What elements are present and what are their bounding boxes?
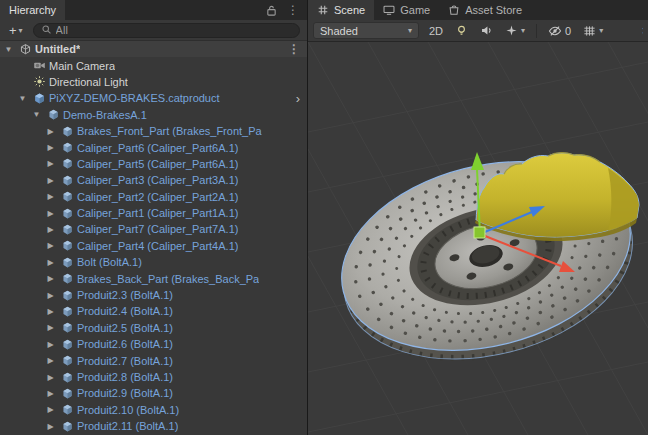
create-menu-button[interactable]: + ▾ [4,24,28,37]
foldout-arrow[interactable]: ▶ [44,209,57,218]
mesh-icon [46,108,60,122]
tree-item[interactable]: ▶Produit2.5 (BoltA.1) [0,320,307,336]
tree-item[interactable]: ▼Untitled*⋮ [0,41,307,57]
tree-item-label: Caliper_Part1 (Caliper_Part1A.1) [77,207,238,219]
tree-item[interactable]: ▶Produit2.11 (BoltA.1) [0,418,307,434]
monitor-icon [383,4,395,16]
item-menu-icon[interactable]: ⋮ [281,42,307,56]
tree-item[interactable]: Directional Light [0,74,307,90]
foldout-arrow[interactable]: ▶ [44,176,57,185]
gizmo-center-handle[interactable] [474,227,485,238]
foldout-arrow[interactable]: ▶ [44,323,57,332]
mesh-icon [60,419,74,433]
foldout-arrow[interactable]: ▼ [30,110,43,119]
tabbar-spacer [65,0,261,20]
foldout-arrow[interactable]: ▶ [44,389,57,398]
foldout-arrow[interactable]: ▶ [44,422,57,431]
open-prefab-icon[interactable]: › [289,91,307,106]
tree-item[interactable]: ▶Caliper_Part1 (Caliper_Part1A.1) [0,205,307,221]
tab-asset-store[interactable]: Asset Store [439,0,531,20]
foldout-arrow[interactable]: ▶ [44,127,57,136]
tree-item[interactable]: ▶Caliper_Part4 (Caliper_Part4A.1) [0,238,307,254]
2d-toggle-button[interactable]: 2D [426,22,446,40]
bulb-icon [455,24,468,37]
mesh-icon [60,239,74,253]
scene-panel: SceneGameAsset Store Shaded ▾ 2D▾0▾ × [308,0,648,435]
tab-game[interactable]: Game [374,0,439,20]
tree-item[interactable]: ▶Caliper_Part3 (Caliper_Part3A.1) [0,172,307,188]
tree-item[interactable]: ▶Produit2.4 (BoltA.1) [0,303,307,319]
hierarchy-tree: ▼Untitled*⋮Main CameraDirectional Light▼… [0,41,307,435]
tree-item-label: Produit2.6 (BoltA.1) [77,338,173,350]
shading-mode-dropdown[interactable]: Shaded ▾ [313,22,419,39]
foldout-arrow[interactable]: ▶ [44,143,57,152]
toolbar-divider [536,24,537,38]
scene-viewport[interactable] [308,42,648,435]
tree-item[interactable]: ▼PiXYZ-DEMO-BRAKES.catproduct› [0,90,307,106]
audio-toggle-button[interactable] [477,22,496,40]
tree-item[interactable]: Main Camera [0,57,307,73]
scene-canvas[interactable] [308,42,648,435]
effects-toggle-button[interactable]: ▾ [502,22,528,40]
tree-item-label: Main Camera [49,60,115,72]
tab-label: Asset Store [465,4,522,16]
foldout-arrow[interactable]: ▼ [2,45,15,54]
dropdown-caret-icon: ▾ [408,26,412,35]
foldout-arrow[interactable]: ▶ [44,340,57,349]
tree-item[interactable]: ▶Produit2.7 (BoltA.1) [0,352,307,368]
tree-item-label: Caliper_Part3 (Caliper_Part3A.1) [77,174,238,186]
tree-item[interactable]: ▶Caliper_Part5 (Caliper_Part6A.1) [0,156,307,172]
control-label: 0 [565,25,571,37]
tree-item[interactable]: ▶Brakes_Front_Part (Brakes_Front_Pa [0,123,307,139]
search-input[interactable] [56,24,292,36]
grid-visibility-toggle-button[interactable]: ▾ [580,22,606,40]
tree-item[interactable]: ▶Produit2.6 (BoltA.1) [0,336,307,352]
tree-item-label: Produit2.7 (BoltA.1) [77,355,173,367]
lock-icon[interactable] [261,0,282,20]
foldout-arrow[interactable]: ▶ [44,274,57,283]
clipped-toolbar-icon[interactable]: × [641,23,643,38]
tree-item[interactable]: ▶Bolt (BoltA.1) [0,254,307,270]
tree-item[interactable]: ▶Produit2.9 (BoltA.1) [0,385,307,401]
plus-icon: + [9,24,17,37]
mesh-icon [60,304,74,318]
foldout-arrow[interactable]: ▶ [44,356,57,365]
tree-item[interactable]: ▶Caliper_Part2 (Caliper_Part2A.1) [0,189,307,205]
hierarchy-search[interactable] [33,23,300,38]
tree-item-label: Produit2.4 (BoltA.1) [77,305,173,317]
mesh-icon [60,173,74,187]
foldout-arrow[interactable]: ▶ [44,405,57,414]
tree-item[interactable]: ▶Produit2.8 (BoltA.1) [0,369,307,385]
tab-hierarchy[interactable]: Hierarchy [0,0,65,20]
foldout-arrow[interactable]: ▶ [44,307,57,316]
mesh-icon [60,124,74,138]
scene-visibility-toggle-button[interactable]: 0 [545,22,574,40]
dropdown-caret-icon: ▾ [599,26,603,35]
foldout-arrow[interactable]: ▶ [44,241,57,250]
tree-item[interactable]: ▶Produit2.10 (BoltA.1) [0,402,307,418]
foldout-arrow[interactable]: ▶ [44,225,57,234]
scene-toolbar: Shaded ▾ 2D▾0▾ × [308,20,648,42]
toolbar-right: × [641,23,643,38]
tree-item-label: Caliper_Part4 (Caliper_Part4A.1) [77,240,238,252]
lighting-toggle-button[interactable] [452,22,471,40]
foldout-arrow[interactable]: ▶ [44,291,57,300]
tree-item[interactable]: ▶Caliper_Part7 (Caliper_Part7A.1) [0,221,307,237]
tree-item-label: Produit2.8 (BoltA.1) [77,371,173,383]
hierarchy-tabbar: Hierarchy ⋮ [0,0,307,20]
mesh-icon [60,288,74,302]
tree-item[interactable]: ▶Caliper_Part6 (Caliper_Part6A.1) [0,139,307,155]
foldout-arrow[interactable]: ▼ [16,94,29,103]
tab-scene[interactable]: Scene [308,0,374,20]
panel-menu-icon[interactable]: ⋮ [282,0,307,20]
foldout-arrow[interactable]: ▶ [44,192,57,201]
foldout-arrow[interactable]: ▶ [44,258,57,267]
tree-item[interactable]: ▼Demo-BrakesA.1 [0,107,307,123]
tree-item[interactable]: ▶Produit2.3 (BoltA.1) [0,287,307,303]
unity-editor-window: Hierarchy ⋮ + ▾ ▼Untitled*⋮Main CameraDi… [0,0,648,435]
tree-item[interactable]: ▶Brakes_Back_Part (Brakes_Back_Pa [0,270,307,286]
foldout-arrow[interactable]: ▶ [44,373,57,382]
tree-item-label: Caliper_Part5 (Caliper_Part6A.1) [77,158,238,170]
control-label: 2D [429,25,443,37]
foldout-arrow[interactable]: ▶ [44,159,57,168]
